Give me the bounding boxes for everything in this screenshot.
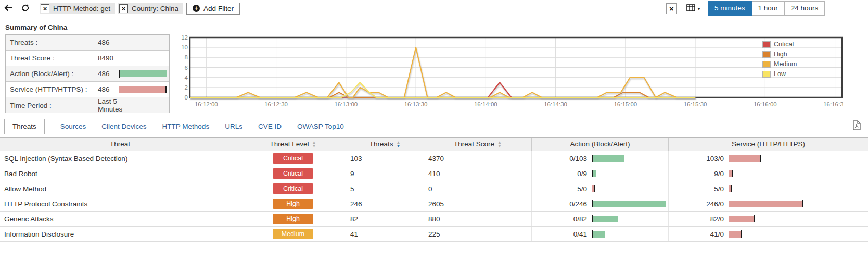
add-filter-button[interactable]: + Add Filter: [186, 3, 240, 15]
refresh-button[interactable]: [19, 2, 32, 15]
time-button-24-hours[interactable]: 24 hours: [785, 1, 825, 16]
threats-count-cell: 41: [346, 227, 424, 241]
legend-label: High: [774, 51, 787, 58]
threat-name-cell: SQL Injection (Syntax Based Detection): [0, 151, 240, 166]
threat-level-cell: Critical: [240, 181, 346, 196]
ratio-value: 0/103: [532, 155, 587, 163]
threat-name-cell: Generic Attacks: [0, 212, 240, 226]
ratio-value: 246/0: [669, 200, 724, 208]
tab-client-devices[interactable]: Client Devices: [101, 119, 146, 134]
column-header-service-http-https-: Service (HTTP/HTTPS): [669, 138, 868, 151]
summary-row-value: 8490: [98, 54, 119, 62]
table-row[interactable]: Information DisclosureMedium412250/4141/…: [0, 227, 868, 242]
tab-sources[interactable]: Sources: [60, 119, 86, 134]
column-header-label: Action (Block/Alert): [570, 140, 630, 148]
threat-level-badge: High: [273, 214, 313, 224]
svg-text:16:12:30: 16:12:30: [264, 101, 288, 107]
ratio-value: 0/9: [532, 170, 587, 178]
summary-row: Threats :486: [6, 35, 169, 51]
threat-name-cell: HTTP Protocol Constraints: [0, 196, 240, 211]
svg-text:2: 2: [185, 84, 188, 91]
tab-bar: ThreatsSourcesClient DevicesHTTP Methods…: [0, 119, 868, 134]
legend-label: Critical: [774, 41, 794, 48]
legend-swatch-icon: [762, 61, 771, 68]
svg-text:16:12:00: 16:12:00: [195, 101, 218, 107]
tab-urls[interactable]: URLs: [225, 119, 242, 134]
ratio-bar: [729, 170, 733, 177]
ratio-value: 0/246: [532, 200, 587, 208]
add-icon: +: [193, 5, 200, 12]
column-header-label: Threat: [110, 140, 130, 148]
sort-arrows-icon: ▲▼: [312, 141, 316, 148]
sort-arrows-icon: ▲▼: [497, 141, 502, 148]
column-header-threat-level[interactable]: Threat Level▲▼: [240, 138, 346, 151]
summary-row-value: Last 5 Minutes: [98, 97, 119, 113]
summary-row-value: 486: [98, 39, 119, 46]
threat-score-cell: 2605: [424, 196, 532, 211]
threat-level-badge: Medium: [273, 229, 313, 239]
tab-http-methods[interactable]: HTTP Methods: [162, 119, 210, 134]
table-row[interactable]: SQL Injection (Syntax Based Detection)Cr…: [0, 151, 868, 166]
tab-threats[interactable]: Threats: [4, 119, 45, 134]
svg-text:16:13:00: 16:13:00: [334, 101, 358, 107]
legend-item: Medium: [762, 60, 797, 68]
remove-filter-icon[interactable]: ×: [41, 4, 49, 13]
service-http-https-cell: 103/0: [669, 155, 868, 163]
chart-legend: CriticalHighMediumLow: [762, 41, 797, 80]
table-row[interactable]: Allow MethodCritical505/05/0: [0, 181, 868, 196]
back-button[interactable]: [2, 2, 15, 15]
threat-score-cell: 410: [424, 166, 532, 181]
summary-title: Summary of China: [5, 23, 67, 31]
chart-svg: 02468101216:12:0016:12:3016:13:0016:13:3…: [180, 33, 843, 110]
ratio-bar: [592, 170, 596, 177]
action-block-alert-cell: 0/41: [532, 230, 668, 238]
chevron-down-icon: ▾: [697, 6, 700, 11]
add-filter-label: Add Filter: [203, 5, 234, 13]
filter-bar[interactable]: ×HTTP Method: get×Country: China + Add F…: [37, 2, 679, 15]
threats-count-cell: 82: [346, 212, 424, 226]
ratio-bar: [119, 70, 167, 77]
tab-owasp-top10[interactable]: OWASP Top10: [297, 119, 344, 134]
table-row[interactable]: Bad RobotCritical94100/99/0: [0, 166, 868, 181]
time-button-5-minutes[interactable]: 5 minutes: [708, 1, 752, 16]
action-block-alert-cell: 0/82: [532, 215, 668, 223]
svg-text:0: 0: [185, 94, 188, 101]
clear-filters-button[interactable]: ×: [666, 3, 677, 14]
ratio-bar: [592, 201, 666, 207]
threat-level-cell: High: [240, 212, 346, 226]
legend-label: Low: [774, 70, 786, 78]
ratio-bar: [729, 231, 742, 238]
threat-score-cell: 4370: [424, 151, 532, 166]
remove-filter-icon[interactable]: ×: [119, 4, 128, 13]
ratio-bar: [729, 185, 732, 192]
threat-score-cell: 0: [424, 181, 532, 196]
column-header-label: Threat Level: [270, 140, 309, 148]
table-view-dropdown-button[interactable]: ▾: [683, 2, 704, 15]
threat-name-cell: Allow Method: [0, 181, 240, 196]
table-row[interactable]: HTTP Protocol ConstraintsHigh24626050/24…: [0, 196, 868, 212]
svg-text:8: 8: [185, 54, 188, 60]
svg-text:16:14:00: 16:14:00: [474, 101, 497, 107]
ratio-value: 5/0: [669, 185, 724, 193]
ratio-bar: [729, 216, 755, 222]
ratio-bar: [119, 86, 167, 93]
action-block-alert-cell: 0/103: [532, 155, 668, 163]
ratio-value: 82/0: [669, 215, 724, 223]
export-pdf-icon[interactable]: [853, 120, 861, 132]
threat-name-cell: Information Disclosure: [0, 227, 240, 241]
threat-level-badge: Critical: [273, 168, 313, 179]
ratio-bar: [592, 231, 605, 238]
table-row[interactable]: Generic AttacksHigh828800/8282/0: [0, 212, 868, 227]
ratio-value: 41/0: [669, 230, 724, 238]
time-button-1-hour[interactable]: 1 hour: [752, 1, 785, 16]
threat-level-badge: Critical: [273, 153, 313, 164]
column-header-threats[interactable]: Threats▲▼: [346, 138, 424, 151]
summary-row-label: Action (Block/Alert) :: [6, 70, 98, 78]
legend-swatch-icon: [762, 51, 771, 58]
filter-chip: ×Country: China: [118, 3, 183, 14]
summary-row-label: Threats :: [6, 39, 98, 46]
column-header-threat-score[interactable]: Threat Score▲▼: [424, 138, 532, 151]
threat-name-cell: Bad Robot: [0, 166, 240, 181]
tab-cve-id[interactable]: CVE ID: [258, 119, 282, 134]
svg-text:10: 10: [181, 44, 188, 51]
